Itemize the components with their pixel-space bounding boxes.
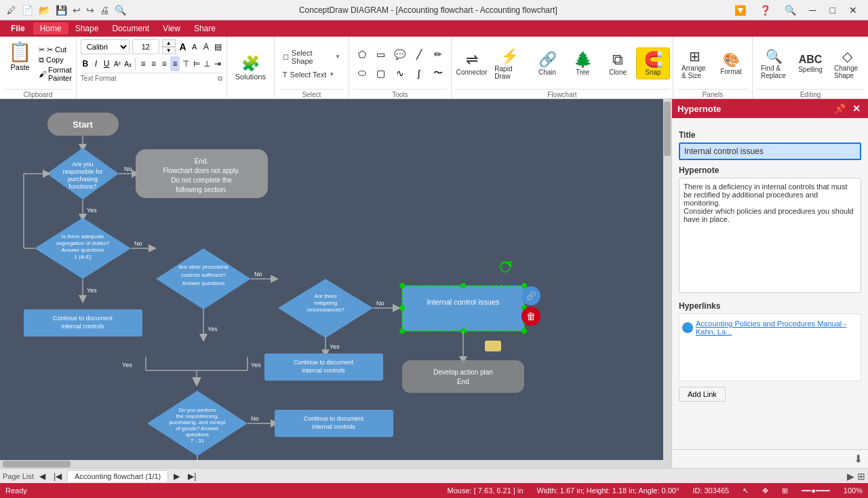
horizontal-scrollbar[interactable]	[0, 460, 663, 468]
tool-line[interactable]: ╱	[410, 45, 428, 63]
hyperlink-text: Accounting Policies and Procedures Manua…	[696, 320, 858, 336]
tool-pentagon[interactable]: ⬠	[353, 45, 371, 63]
font-grow-btn[interactable]: A	[178, 39, 187, 54]
cut-button[interactable]: ✂ ✂ Cut	[39, 45, 72, 54]
help-btn[interactable]: ❓	[754, 0, 776, 20]
tool-ellipse[interactable]: ⬭	[353, 64, 371, 82]
fit-page-btn[interactable]: ⊞	[857, 471, 865, 482]
first-page-btn[interactable]: |◀	[51, 472, 64, 481]
clone-button[interactable]: ⧉ Clone	[601, 48, 635, 79]
document-menu[interactable]: Document	[105, 22, 156, 35]
scrollbar-thumb-v[interactable]	[664, 102, 671, 156]
page-tab-1[interactable]: Accounting flowchart (1/1)	[67, 470, 168, 482]
font-size-decrease[interactable]: ▼	[162, 47, 176, 54]
connector-button[interactable]: ⇌ Connector	[454, 48, 489, 79]
justify-btn[interactable]: ≡	[170, 56, 180, 71]
font-highlight-btn[interactable]: ▤	[214, 39, 222, 54]
maximize-btn[interactable]: □	[825, 0, 841, 20]
format-painter-icon: 🖌	[39, 70, 46, 78]
hypernote-title-input[interactable]	[679, 142, 861, 160]
chain-button[interactable]: 🔗 Chain	[530, 48, 564, 79]
bold-btn[interactable]: B	[81, 56, 90, 71]
share-menu[interactable]: Share	[187, 22, 222, 35]
change-shape-button[interactable]: ◇ Change Shape	[830, 45, 864, 82]
format-panel-button[interactable]: 🎨 Format	[714, 49, 748, 78]
redo-btn[interactable]: ↪	[85, 3, 96, 17]
svg-point-44	[399, 328, 405, 334]
font-color-btn[interactable]: A	[201, 39, 210, 54]
hypernote-title: Hypernote	[677, 104, 721, 114]
copy-button[interactable]: ⧉ Copy	[39, 56, 72, 64]
indent-btn[interactable]: ⇥	[213, 56, 222, 71]
tree-button[interactable]: 🌲 Tree	[566, 48, 599, 79]
add-link-button[interactable]: Add Link	[679, 387, 726, 402]
status-tool-icon: ✥	[762, 486, 768, 495]
text-format-label: Text Format ⧉	[81, 73, 222, 83]
zoom-slider[interactable]: ━━●━━━	[802, 486, 830, 495]
add-link-label: Add Link	[688, 390, 717, 398]
minimize-btn[interactable]: ─	[804, 0, 822, 20]
tool-bezier[interactable]: ∫	[410, 64, 428, 82]
vertical-scrollbar[interactable]	[663, 99, 671, 468]
hypernote-pin-btn[interactable]: 📌	[832, 103, 848, 114]
superscript-btn[interactable]: A²	[113, 56, 122, 71]
select-shape-button[interactable]: ◻ Select Shape ▼	[280, 47, 343, 66]
find-replace-button[interactable]: 🔍 Find & Replace	[757, 45, 791, 82]
tool-rounded[interactable]: ▢	[372, 64, 390, 82]
hypernote-content: Title Hypernote Hyperlinks 🌐 Accounting …	[672, 118, 868, 449]
solutions-button[interactable]: 🧩 Solutions	[227, 37, 275, 98]
next-page-btn[interactable]: ▶	[171, 472, 182, 481]
align-top-btn[interactable]: ⊤	[181, 56, 191, 71]
save-btn[interactable]: 💾	[54, 3, 68, 17]
italic-btn[interactable]: I	[92, 56, 101, 71]
canvas-area[interactable]: Start Are you responsible for purchasing…	[0, 99, 671, 468]
shape-menu[interactable]: Shape	[68, 22, 106, 35]
tool-curve[interactable]: ∿	[391, 64, 409, 82]
hyperlink-item[interactable]: 🌐 Accounting Policies and Procedures Man…	[682, 317, 858, 339]
last-page-btn[interactable]: ▶|	[185, 472, 199, 481]
tool-rect[interactable]: ▭	[372, 45, 390, 63]
paste-button[interactable]: 📋 Paste	[4, 39, 36, 88]
hypernote-textarea[interactable]	[679, 178, 861, 293]
align-bottom-btn[interactable]: ⊥	[202, 56, 212, 71]
svg-text:Start: Start	[73, 119, 93, 130]
ribbon-search-btn[interactable]: 🔍	[779, 0, 802, 20]
align-right-btn[interactable]: ≡	[159, 56, 169, 71]
view-menu[interactable]: View	[156, 22, 187, 35]
open-btn[interactable]: 📂	[37, 3, 52, 17]
new-btn[interactable]: 📄	[20, 3, 35, 17]
undo-btn[interactable]: ↩	[71, 3, 82, 17]
align-left-btn[interactable]: ≡	[138, 56, 148, 71]
ribbon-options-btn[interactable]: 🔽	[729, 0, 751, 20]
font-size-increase[interactable]: ▲	[162, 39, 176, 47]
font-shrink-btn[interactable]: A	[190, 39, 199, 54]
prev-page-btn[interactable]: ◀	[37, 472, 48, 481]
select-text-button[interactable]: T Select Text ▼	[280, 69, 343, 80]
format-painter-button[interactable]: 🖌 Format Painter	[39, 66, 72, 82]
close-btn[interactable]: ✕	[844, 0, 863, 20]
hypernote-close-btn[interactable]: ✕	[850, 103, 863, 114]
home-menu[interactable]: Home	[33, 22, 68, 35]
tool-pencil[interactable]: ✏	[429, 45, 447, 63]
align-middle-btn[interactable]: ⊨	[192, 56, 201, 71]
subscript-btn[interactable]: A₂	[123, 56, 133, 71]
text-format-expand[interactable]: ⧉	[218, 75, 222, 83]
spelling-button[interactable]: ABC Spelling	[793, 51, 827, 76]
snap-button[interactable]: 🧲 Snap	[636, 47, 670, 79]
zoom-btn[interactable]: 🔍	[113, 3, 127, 17]
scrollbar-thumb-h[interactable]	[3, 461, 71, 467]
file-menu[interactable]: File	[3, 20, 33, 37]
font-family-select[interactable]: Calibri	[81, 39, 130, 54]
scroll-down-btn[interactable]: ⬇	[854, 453, 863, 465]
font-size-input[interactable]	[132, 39, 159, 54]
scroll-right-btn[interactable]: ▶	[847, 471, 854, 482]
arrange-size-button[interactable]: ⊞ Arrange & Size	[677, 45, 711, 82]
tool-freehand[interactable]: 〜	[429, 64, 447, 82]
underline-btn[interactable]: U	[102, 56, 111, 71]
snap-icon: 🧲	[644, 51, 663, 69]
select-label: Select	[280, 89, 343, 98]
align-center-btn[interactable]: ≡	[149, 56, 159, 71]
tool-callout[interactable]: 💬	[391, 45, 409, 63]
rapid-draw-button[interactable]: ⚡ Rapid Draw	[490, 45, 529, 83]
print-btn[interactable]: 🖨	[98, 3, 111, 17]
